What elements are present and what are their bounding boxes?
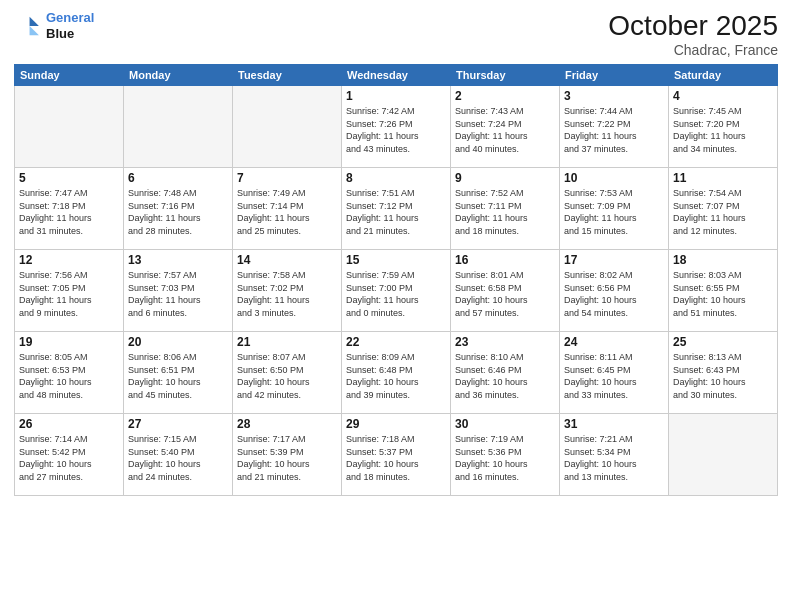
calendar-cell: 8Sunrise: 7:51 AM Sunset: 7:12 PM Daylig… xyxy=(342,168,451,250)
day-number: 20 xyxy=(128,335,228,349)
calendar-cell: 17Sunrise: 8:02 AM Sunset: 6:56 PM Dayli… xyxy=(560,250,669,332)
calendar-cell: 20Sunrise: 8:06 AM Sunset: 6:51 PM Dayli… xyxy=(124,332,233,414)
title-block: October 2025 Chadrac, France xyxy=(608,10,778,58)
calendar-cell: 3Sunrise: 7:44 AM Sunset: 7:22 PM Daylig… xyxy=(560,86,669,168)
calendar-cell: 11Sunrise: 7:54 AM Sunset: 7:07 PM Dayli… xyxy=(669,168,778,250)
header: General Blue October 2025 Chadrac, Franc… xyxy=(14,10,778,58)
logo-text: General Blue xyxy=(46,10,94,41)
calendar-cell: 1Sunrise: 7:42 AM Sunset: 7:26 PM Daylig… xyxy=(342,86,451,168)
calendar-cell: 30Sunrise: 7:19 AM Sunset: 5:36 PM Dayli… xyxy=(451,414,560,496)
day-number: 4 xyxy=(673,89,773,103)
cell-info: Sunrise: 7:57 AM Sunset: 7:03 PM Dayligh… xyxy=(128,269,228,319)
weekday-header-saturday: Saturday xyxy=(669,65,778,86)
cell-info: Sunrise: 8:06 AM Sunset: 6:51 PM Dayligh… xyxy=(128,351,228,401)
day-number: 31 xyxy=(564,417,664,431)
day-number: 24 xyxy=(564,335,664,349)
calendar-cell: 24Sunrise: 8:11 AM Sunset: 6:45 PM Dayli… xyxy=(560,332,669,414)
calendar-cell: 23Sunrise: 8:10 AM Sunset: 6:46 PM Dayli… xyxy=(451,332,560,414)
calendar-cell: 16Sunrise: 8:01 AM Sunset: 6:58 PM Dayli… xyxy=(451,250,560,332)
cell-info: Sunrise: 7:47 AM Sunset: 7:18 PM Dayligh… xyxy=(19,187,119,237)
calendar-cell: 13Sunrise: 7:57 AM Sunset: 7:03 PM Dayli… xyxy=(124,250,233,332)
cell-info: Sunrise: 8:11 AM Sunset: 6:45 PM Dayligh… xyxy=(564,351,664,401)
calendar-cell: 4Sunrise: 7:45 AM Sunset: 7:20 PM Daylig… xyxy=(669,86,778,168)
cell-info: Sunrise: 7:49 AM Sunset: 7:14 PM Dayligh… xyxy=(237,187,337,237)
day-number: 2 xyxy=(455,89,555,103)
calendar-cell: 2Sunrise: 7:43 AM Sunset: 7:24 PM Daylig… xyxy=(451,86,560,168)
calendar-week-4: 26Sunrise: 7:14 AM Sunset: 5:42 PM Dayli… xyxy=(15,414,778,496)
cell-info: Sunrise: 7:58 AM Sunset: 7:02 PM Dayligh… xyxy=(237,269,337,319)
calendar-cell: 12Sunrise: 7:56 AM Sunset: 7:05 PM Dayli… xyxy=(15,250,124,332)
day-number: 22 xyxy=(346,335,446,349)
day-number: 13 xyxy=(128,253,228,267)
weekday-header-row: SundayMondayTuesdayWednesdayThursdayFrid… xyxy=(15,65,778,86)
calendar-week-3: 19Sunrise: 8:05 AM Sunset: 6:53 PM Dayli… xyxy=(15,332,778,414)
cell-info: Sunrise: 7:42 AM Sunset: 7:26 PM Dayligh… xyxy=(346,105,446,155)
day-number: 16 xyxy=(455,253,555,267)
calendar-cell: 6Sunrise: 7:48 AM Sunset: 7:16 PM Daylig… xyxy=(124,168,233,250)
calendar-cell: 27Sunrise: 7:15 AM Sunset: 5:40 PM Dayli… xyxy=(124,414,233,496)
day-number: 12 xyxy=(19,253,119,267)
calendar-cell: 7Sunrise: 7:49 AM Sunset: 7:14 PM Daylig… xyxy=(233,168,342,250)
cell-info: Sunrise: 8:09 AM Sunset: 6:48 PM Dayligh… xyxy=(346,351,446,401)
cell-info: Sunrise: 8:13 AM Sunset: 6:43 PM Dayligh… xyxy=(673,351,773,401)
page: General Blue October 2025 Chadrac, Franc… xyxy=(0,0,792,612)
calendar-cell: 18Sunrise: 8:03 AM Sunset: 6:55 PM Dayli… xyxy=(669,250,778,332)
day-number: 29 xyxy=(346,417,446,431)
cell-info: Sunrise: 8:01 AM Sunset: 6:58 PM Dayligh… xyxy=(455,269,555,319)
calendar-cell: 26Sunrise: 7:14 AM Sunset: 5:42 PM Dayli… xyxy=(15,414,124,496)
day-number: 28 xyxy=(237,417,337,431)
calendar-cell: 28Sunrise: 7:17 AM Sunset: 5:39 PM Dayli… xyxy=(233,414,342,496)
calendar-week-0: 1Sunrise: 7:42 AM Sunset: 7:26 PM Daylig… xyxy=(15,86,778,168)
cell-info: Sunrise: 8:03 AM Sunset: 6:55 PM Dayligh… xyxy=(673,269,773,319)
logo-icon xyxy=(14,12,42,40)
svg-marker-0 xyxy=(30,16,39,25)
cell-info: Sunrise: 7:45 AM Sunset: 7:20 PM Dayligh… xyxy=(673,105,773,155)
day-number: 18 xyxy=(673,253,773,267)
calendar: SundayMondayTuesdayWednesdayThursdayFrid… xyxy=(14,64,778,496)
day-number: 3 xyxy=(564,89,664,103)
cell-info: Sunrise: 7:15 AM Sunset: 5:40 PM Dayligh… xyxy=(128,433,228,483)
cell-info: Sunrise: 7:17 AM Sunset: 5:39 PM Dayligh… xyxy=(237,433,337,483)
calendar-cell: 14Sunrise: 7:58 AM Sunset: 7:02 PM Dayli… xyxy=(233,250,342,332)
day-number: 23 xyxy=(455,335,555,349)
day-number: 26 xyxy=(19,417,119,431)
calendar-cell: 9Sunrise: 7:52 AM Sunset: 7:11 PM Daylig… xyxy=(451,168,560,250)
day-number: 9 xyxy=(455,171,555,185)
calendar-cell: 31Sunrise: 7:21 AM Sunset: 5:34 PM Dayli… xyxy=(560,414,669,496)
weekday-header-friday: Friday xyxy=(560,65,669,86)
logo: General Blue xyxy=(14,10,94,41)
cell-info: Sunrise: 7:54 AM Sunset: 7:07 PM Dayligh… xyxy=(673,187,773,237)
cell-info: Sunrise: 7:53 AM Sunset: 7:09 PM Dayligh… xyxy=(564,187,664,237)
day-number: 25 xyxy=(673,335,773,349)
day-number: 1 xyxy=(346,89,446,103)
calendar-cell: 5Sunrise: 7:47 AM Sunset: 7:18 PM Daylig… xyxy=(15,168,124,250)
weekday-header-thursday: Thursday xyxy=(451,65,560,86)
cell-info: Sunrise: 7:14 AM Sunset: 5:42 PM Dayligh… xyxy=(19,433,119,483)
month-title: October 2025 xyxy=(608,10,778,42)
calendar-cell: 15Sunrise: 7:59 AM Sunset: 7:00 PM Dayli… xyxy=(342,250,451,332)
cell-info: Sunrise: 7:44 AM Sunset: 7:22 PM Dayligh… xyxy=(564,105,664,155)
day-number: 6 xyxy=(128,171,228,185)
day-number: 21 xyxy=(237,335,337,349)
calendar-cell xyxy=(124,86,233,168)
calendar-cell: 29Sunrise: 7:18 AM Sunset: 5:37 PM Dayli… xyxy=(342,414,451,496)
weekday-header-sunday: Sunday xyxy=(15,65,124,86)
cell-info: Sunrise: 7:52 AM Sunset: 7:11 PM Dayligh… xyxy=(455,187,555,237)
day-number: 19 xyxy=(19,335,119,349)
cell-info: Sunrise: 7:48 AM Sunset: 7:16 PM Dayligh… xyxy=(128,187,228,237)
cell-info: Sunrise: 7:19 AM Sunset: 5:36 PM Dayligh… xyxy=(455,433,555,483)
calendar-cell: 21Sunrise: 8:07 AM Sunset: 6:50 PM Dayli… xyxy=(233,332,342,414)
cell-info: Sunrise: 7:56 AM Sunset: 7:05 PM Dayligh… xyxy=(19,269,119,319)
cell-info: Sunrise: 7:51 AM Sunset: 7:12 PM Dayligh… xyxy=(346,187,446,237)
weekday-header-wednesday: Wednesday xyxy=(342,65,451,86)
location: Chadrac, France xyxy=(608,42,778,58)
day-number: 10 xyxy=(564,171,664,185)
day-number: 14 xyxy=(237,253,337,267)
day-number: 15 xyxy=(346,253,446,267)
calendar-week-1: 5Sunrise: 7:47 AM Sunset: 7:18 PM Daylig… xyxy=(15,168,778,250)
cell-info: Sunrise: 7:43 AM Sunset: 7:24 PM Dayligh… xyxy=(455,105,555,155)
weekday-header-monday: Monday xyxy=(124,65,233,86)
svg-marker-1 xyxy=(30,26,39,35)
day-number: 17 xyxy=(564,253,664,267)
calendar-cell xyxy=(669,414,778,496)
